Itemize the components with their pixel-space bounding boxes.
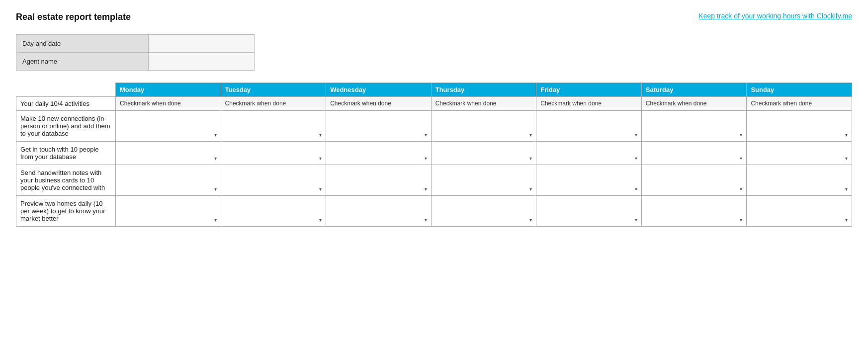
- dropdown-arrow-icon[interactable]: ▾: [529, 132, 532, 138]
- dropdown-arrow-icon[interactable]: ▾: [319, 186, 322, 192]
- info-label: Agent name: [16, 53, 149, 71]
- dropdown-cell-2-2[interactable]: ▾: [326, 165, 432, 196]
- header-sunday: Sunday: [747, 83, 852, 97]
- dropdown-arrow-icon[interactable]: ▾: [529, 217, 532, 223]
- dropdown-cell-3-3[interactable]: ▾: [431, 196, 536, 227]
- dropdown-cell-0-2[interactable]: ▾: [326, 111, 432, 142]
- dropdown-cell-2-3[interactable]: ▾: [431, 165, 536, 196]
- info-label: Day and date: [16, 35, 149, 53]
- activity-row: Get in touch with 10 people from your da…: [16, 142, 852, 165]
- dropdown-arrow-icon[interactable]: ▾: [635, 132, 637, 138]
- dropdown-cell-2-0[interactable]: ▾: [116, 165, 221, 196]
- page-title: Real estate report template: [16, 12, 131, 22]
- dropdown-arrow-icon[interactable]: ▾: [425, 217, 427, 223]
- dropdown-cell-1-3[interactable]: ▾: [431, 142, 536, 165]
- dropdown-cell-0-0[interactable]: ▾: [116, 111, 221, 142]
- info-table: Day and dateAgent name: [16, 34, 255, 71]
- info-row: Agent name: [16, 53, 255, 71]
- dropdown-cell-1-1[interactable]: ▾: [221, 142, 326, 165]
- dropdown-cell-1-5[interactable]: ▾: [641, 142, 747, 165]
- dropdown-cell-0-3[interactable]: ▾: [431, 111, 536, 142]
- activity-row: Make 10 new connections (in-person or on…: [16, 111, 852, 142]
- subheader-wednesday: Checkmark when done: [326, 97, 432, 111]
- dropdown-arrow-icon[interactable]: ▾: [214, 156, 217, 161]
- dropdown-cell-3-2[interactable]: ▾: [326, 196, 432, 227]
- header-wednesday: Wednesday: [326, 83, 432, 97]
- subheader-row: Your daily 10/4 activities Checkmark whe…: [16, 97, 852, 111]
- info-value[interactable]: [149, 35, 255, 53]
- activity-row: Send handwritten notes with your busines…: [16, 165, 852, 196]
- activity-cell: Send handwritten notes with your busines…: [16, 165, 116, 196]
- dropdown-arrow-icon[interactable]: ▾: [319, 217, 322, 223]
- clockify-link[interactable]: Keep track of your working hours with Cl…: [698, 12, 852, 20]
- dropdown-arrow-icon[interactable]: ▾: [740, 156, 742, 161]
- activity-col-label: Your daily 10/4 activities: [16, 97, 116, 111]
- dropdown-arrow-icon[interactable]: ▾: [529, 156, 532, 161]
- dropdown-arrow-icon[interactable]: ▾: [214, 186, 217, 192]
- activity-cell: Preview two homes daily (10 per week) to…: [16, 196, 116, 227]
- dropdown-arrow-icon[interactable]: ▾: [740, 186, 742, 192]
- subheader-friday: Checkmark when done: [536, 97, 642, 111]
- dropdown-arrow-icon[interactable]: ▾: [845, 132, 848, 138]
- dropdown-cell-3-5[interactable]: ▾: [641, 196, 747, 227]
- header-monday: Monday: [116, 83, 221, 97]
- subheader-thursday: Checkmark when done: [431, 97, 536, 111]
- dropdown-cell-0-1[interactable]: ▾: [221, 111, 326, 142]
- dropdown-arrow-icon[interactable]: ▾: [214, 217, 217, 223]
- subheader-monday: Checkmark when done: [116, 97, 221, 111]
- dropdown-arrow-icon[interactable]: ▾: [635, 217, 637, 223]
- dropdown-cell-1-6[interactable]: ▾: [747, 142, 852, 165]
- dropdown-cell-3-1[interactable]: ▾: [221, 196, 326, 227]
- dropdown-cell-0-5[interactable]: ▾: [641, 111, 747, 142]
- activity-cell: Get in touch with 10 people from your da…: [16, 142, 116, 165]
- dropdown-cell-3-6[interactable]: ▾: [747, 196, 852, 227]
- dropdown-arrow-icon[interactable]: ▾: [635, 156, 637, 161]
- dropdown-cell-0-4[interactable]: ▾: [536, 111, 642, 142]
- info-row: Day and date: [16, 35, 255, 53]
- header-row: Monday Tuesday Wednesday Thursday Friday…: [16, 83, 852, 97]
- activity-row: Preview two homes daily (10 per week) to…: [16, 196, 852, 227]
- dropdown-arrow-icon[interactable]: ▾: [319, 156, 322, 161]
- header-thursday: Thursday: [431, 83, 536, 97]
- empty-header-cell: [16, 83, 116, 97]
- dropdown-arrow-icon[interactable]: ▾: [319, 132, 322, 138]
- dropdown-cell-1-2[interactable]: ▾: [326, 142, 432, 165]
- subheader-sunday: Checkmark when done: [747, 97, 852, 111]
- dropdown-cell-1-0[interactable]: ▾: [116, 142, 221, 165]
- info-value[interactable]: [149, 53, 255, 71]
- dropdown-cell-3-0[interactable]: ▾: [116, 196, 221, 227]
- dropdown-arrow-icon[interactable]: ▾: [845, 156, 848, 161]
- dropdown-arrow-icon[interactable]: ▾: [845, 186, 848, 192]
- dropdown-cell-3-4[interactable]: ▾: [536, 196, 642, 227]
- dropdown-arrow-icon[interactable]: ▾: [425, 156, 427, 161]
- dropdown-cell-2-5[interactable]: ▾: [641, 165, 747, 196]
- dropdown-arrow-icon[interactable]: ▾: [214, 132, 217, 138]
- subheader-saturday: Checkmark when done: [641, 97, 747, 111]
- dropdown-arrow-icon[interactable]: ▾: [845, 217, 848, 223]
- dropdown-cell-2-4[interactable]: ▾: [536, 165, 642, 196]
- dropdown-arrow-icon[interactable]: ▾: [635, 186, 637, 192]
- dropdown-arrow-icon[interactable]: ▾: [529, 186, 532, 192]
- dropdown-cell-0-6[interactable]: ▾: [747, 111, 852, 142]
- header-saturday: Saturday: [641, 83, 747, 97]
- header-tuesday: Tuesday: [221, 83, 326, 97]
- dropdown-arrow-icon[interactable]: ▾: [740, 132, 742, 138]
- main-table: Monday Tuesday Wednesday Thursday Friday…: [16, 83, 852, 227]
- header-friday: Friday: [536, 83, 642, 97]
- dropdown-arrow-icon[interactable]: ▾: [740, 217, 742, 223]
- dropdown-cell-2-6[interactable]: ▾: [747, 165, 852, 196]
- dropdown-arrow-icon[interactable]: ▾: [425, 132, 427, 138]
- dropdown-arrow-icon[interactable]: ▾: [425, 186, 427, 192]
- page-header: Real estate report template Keep track o…: [16, 12, 852, 22]
- dropdown-cell-1-4[interactable]: ▾: [536, 142, 642, 165]
- dropdown-cell-2-1[interactable]: ▾: [221, 165, 326, 196]
- subheader-tuesday: Checkmark when done: [221, 97, 326, 111]
- activity-cell: Make 10 new connections (in-person or on…: [16, 111, 116, 142]
